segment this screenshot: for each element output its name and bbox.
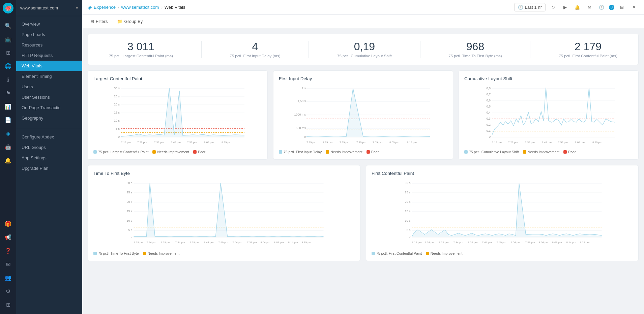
settings-icon[interactable]: ⚙: [2, 285, 14, 297]
close-icon[interactable]: ✕: [629, 3, 639, 12]
clock-history-icon[interactable]: 🕐: [597, 3, 606, 12]
nav-on-page[interactable]: On-Page Transactic: [16, 102, 82, 113]
time-range-button[interactable]: 🕐 Last 1 hr: [514, 3, 546, 11]
nav-upgrade-plan[interactable]: Upgrade Plan: [16, 163, 82, 174]
svg-text:0,8: 0,8: [486, 87, 491, 90]
chart-fcp-container: 30 s 25 s 20 s 15 s 10 s 5 s 0: [372, 180, 633, 249]
refresh-icon[interactable]: ↻: [548, 3, 558, 12]
users-icon[interactable]: 👥: [2, 272, 14, 284]
breadcrumb-experience[interactable]: Experience: [94, 5, 116, 10]
chart-cls-legend: 75 pctl. Cumulative Layout Shift Needs I…: [464, 150, 633, 154]
svg-text:0,2: 0,2: [486, 123, 491, 126]
svg-text:7:39 pm: 7:39 pm: [340, 141, 349, 144]
nav-users[interactable]: Users: [16, 82, 82, 92]
legend-dot-orange-fid: [326, 150, 329, 154]
nav-web-vitals[interactable]: Web Vitals: [16, 61, 82, 71]
clock-icon: 🕐: [518, 5, 523, 10]
svg-text:7:34 pm: 7:34 pm: [175, 241, 185, 244]
svg-text:1000 ms: 1000 ms: [294, 113, 306, 116]
breadcrumb-site[interactable]: www.sematext.com: [121, 5, 159, 10]
mail-header-icon[interactable]: ✉: [585, 3, 594, 12]
svg-text:7:59 pm: 7:59 pm: [247, 241, 257, 244]
legend-cls-main: 75 pctl. Cumulative Layout Shift: [464, 150, 519, 154]
globe-icon[interactable]: 🌐: [2, 60, 14, 72]
nav-resources[interactable]: Resources: [16, 40, 82, 50]
svg-text:7:19 pm: 7:19 pm: [412, 241, 422, 244]
grid-icon[interactable]: ⊞: [2, 46, 14, 59]
svg-text:7:29 pm: 7:29 pm: [161, 241, 171, 244]
nav-user-sessions[interactable]: User Sessions: [16, 92, 82, 102]
svg-text:7:54 pm: 7:54 pm: [233, 241, 242, 244]
legend-dot-blue-fcp: [372, 252, 375, 255]
svg-text:15 s: 15 s: [114, 111, 120, 114]
svg-text:7:19 pm: 7:19 pm: [121, 141, 131, 144]
nav-element-timing[interactable]: Element Timing: [16, 71, 82, 82]
chart-fcp-title: First Contentful Paint: [372, 171, 633, 176]
svg-text:0,4: 0,4: [486, 111, 491, 114]
legend-dot-red-cls: [563, 150, 567, 154]
right-controls: 🕐 Last 1 hr ↻ ▶ 🔔 ✉ 🕐 0 ⊞ ✕: [514, 3, 639, 12]
megaphone-icon[interactable]: 📢: [2, 231, 14, 243]
svg-text:25 s: 25 s: [126, 191, 133, 194]
nav-http-requests[interactable]: HTTP Requests: [16, 50, 82, 61]
filters-button[interactable]: ⊟ Filters: [88, 18, 110, 25]
info-icon[interactable]: ℹ: [2, 73, 14, 86]
breadcrumb-sep2: ›: [161, 5, 162, 10]
chart-lcp: Largest Contentful Paint 30 s 25 s 20 s …: [88, 70, 268, 160]
layout-icon[interactable]: ⊞: [617, 3, 626, 12]
chart-cls: Cumulative Layout Shift 0,8 0,7 0,6 0,5 …: [459, 70, 639, 160]
apps-icon[interactable]: ⊞: [2, 299, 14, 311]
metric-ttfb: 968 75 pctl. Time To First Byte (ms): [448, 41, 502, 58]
doc-icon[interactable]: 📄: [2, 114, 14, 126]
group-by-button[interactable]: 📁 Group By: [114, 18, 145, 25]
charts-top-row: Largest Contentful Paint 30 s 25 s 20 s …: [88, 70, 639, 160]
play-icon[interactable]: ▶: [560, 3, 570, 12]
metric-cls-value: 0,19: [337, 41, 392, 53]
nav-overview[interactable]: Overview: [16, 19, 82, 29]
legend-fid-needs: Needs Improvement: [326, 150, 362, 154]
svg-text:7:44 pm: 7:44 pm: [482, 241, 492, 244]
help-icon[interactable]: ❓: [2, 245, 14, 257]
svg-text:5 s: 5 s: [406, 228, 411, 232]
svg-text:8:09 pm: 8:09 pm: [389, 141, 399, 144]
chart-cls-container: 0,8 0,7 0,6 0,5 0,4 0,3 0,2 0,1 0: [464, 85, 633, 147]
legend-lcp-poor: Poor: [193, 150, 205, 154]
search-icon[interactable]: 🔍: [2, 20, 14, 32]
svg-text:20 s: 20 s: [114, 103, 120, 106]
flag-icon[interactable]: ⚑: [2, 87, 14, 99]
svg-text:8:14 pm: 8:14 pm: [288, 241, 298, 244]
svg-text:7:24 pm: 7:24 pm: [425, 241, 435, 244]
svg-text:7:19 pm: 7:19 pm: [134, 241, 144, 244]
nav-geography[interactable]: Geography: [16, 113, 82, 123]
legend-dot-blue-fid: [279, 150, 282, 154]
svg-text:30 s: 30 s: [405, 181, 411, 185]
nav-app-settings[interactable]: App Settings: [16, 153, 82, 163]
charts-bottom-row: Time To First Byte 30 s 25 s 20 s 15 s 1…: [88, 165, 639, 261]
chart-icon[interactable]: 📊: [2, 100, 14, 113]
nav-configure-apdex[interactable]: Configure Apdex: [16, 132, 82, 142]
chart-fid-title: First Input Delay: [279, 76, 447, 81]
topbar: ◈ Experience › www.sematext.com › Web Vi…: [82, 0, 644, 15]
svg-text:7:19 pm: 7:19 pm: [492, 141, 502, 144]
nav-page-loads[interactable]: Page Loads: [16, 29, 82, 40]
folder-icon: 📁: [117, 19, 122, 24]
svg-text:1,50 s: 1,50 s: [297, 99, 306, 103]
monitor-icon[interactable]: 📺: [2, 33, 14, 45]
robot-icon[interactable]: 🤖: [2, 141, 14, 153]
legend-fid-main: 75 pctl. First Input Delay: [279, 150, 322, 154]
svg-text:7:59 pm: 7:59 pm: [187, 141, 197, 144]
alert-icon[interactable]: 🔔: [2, 154, 14, 166]
svg-text:0: 0: [118, 135, 120, 138]
svg-text:7:29 pm: 7:29 pm: [508, 141, 518, 144]
app-logo[interactable]: 🐙: [3, 3, 13, 13]
svg-text:25 s: 25 s: [114, 95, 120, 98]
mail-icon[interactable]: ✉: [2, 258, 14, 270]
legend-dot-orange: [152, 150, 156, 154]
gift-icon[interactable]: 🎁: [2, 218, 14, 230]
bell-icon[interactable]: 🔔: [573, 3, 582, 12]
icon-sidebar: 🐙 🔍 📺 ⊞ 🌐 ℹ ⚑ 📊 📄 ◈ 🤖 🔔 🎁 📢 ❓ ✉ 👥 ⚙ ⊞: [0, 0, 16, 314]
nav-url-groups[interactable]: URL Groups: [16, 142, 82, 153]
svg-text:0,7: 0,7: [486, 93, 491, 96]
site-selector[interactable]: www.sematext.com ▾: [16, 3, 82, 13]
experience-icon[interactable]: ◈: [2, 127, 14, 139]
